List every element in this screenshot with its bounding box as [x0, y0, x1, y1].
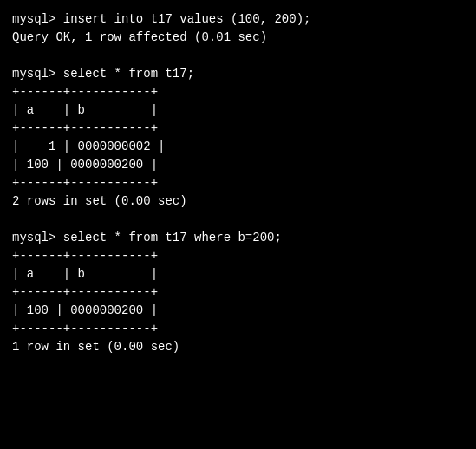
terminal-line: 2 rows in set (0.00 sec)	[12, 192, 464, 211]
terminal-line: +------+-----------+	[12, 174, 464, 192]
terminal-line: mysql> select * from t17 where b=200;	[12, 229, 464, 247]
terminal-line: mysql> select * from t17;	[12, 65, 464, 83]
terminal-line: +------+-----------+	[12, 83, 464, 101]
terminal-line: | 1 | 0000000002 |	[12, 138, 464, 156]
terminal-line: 1 row in set (0.00 sec)	[12, 338, 464, 356]
terminal-line: | a | b |	[12, 265, 464, 283]
terminal-line: +------+-----------+	[12, 320, 464, 338]
terminal-line: | 100 | 0000000200 |	[12, 302, 464, 320]
terminal-line: | a | b |	[12, 101, 464, 120]
terminal-line: +------+-----------+	[12, 247, 464, 265]
terminal-line: | 100 | 0000000200 |	[12, 156, 464, 174]
terminal-line: +------+-----------+	[12, 283, 464, 302]
terminal-output: mysql> insert into t17 values (100, 200)…	[12, 10, 464, 356]
terminal-line: +------+-----------+	[12, 120, 464, 138]
terminal-line	[12, 47, 464, 65]
terminal-line: mysql> insert into t17 values (100, 200)…	[12, 10, 464, 29]
terminal-line	[12, 211, 464, 229]
terminal-line: Query OK, 1 row affected (0.01 sec)	[12, 29, 464, 47]
